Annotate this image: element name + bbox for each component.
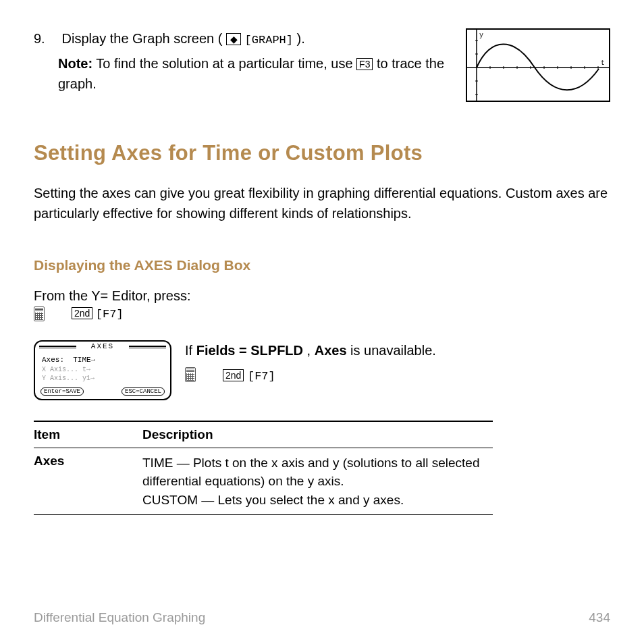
row-item: Axes <box>34 454 64 468</box>
dialog-row-axes: Axes: TIME→ <box>42 355 163 365</box>
second-key-icon-2: 2nd <box>223 369 244 381</box>
second-key-icon: 2nd <box>72 307 92 319</box>
intro-paragraph: Setting the axes can give you great flex… <box>34 183 610 223</box>
dialog-body: Axes: TIME→ X Axis... t→ Y Axis... y1→ <box>35 352 170 386</box>
col-item: Item <box>34 421 142 448</box>
cap-b: Fields = SLPFLD <box>196 343 303 358</box>
row-desc: TIME — Plots t on the x axis and y (solu… <box>142 448 493 515</box>
items-table: Item Description Axes TIME — Plots t on … <box>34 421 493 516</box>
axes-dialog: AXES Axes: TIME→ X Axis... t→ Y Axis... … <box>34 340 171 400</box>
note-a: To find the solution at a particular tim… <box>96 56 356 71</box>
graph-screenshot: y t <box>466 28 610 102</box>
f7-key-label-2: F7 <box>254 370 268 383</box>
dialog-row: AXES Axes: TIME→ X Axis... t→ Y Axis... … <box>34 340 610 400</box>
step-9-text: 9. Display the Graph screen ( ◆ [GRAPH] … <box>34 28 447 94</box>
page-number: 434 <box>589 610 610 625</box>
keypress-line-2: 2nd [F7] <box>185 365 436 385</box>
step-number: 9. <box>34 28 58 49</box>
cap-e: is unavailable. <box>350 343 436 358</box>
step-9-block: 9. Display the Graph screen ( ◆ [GRAPH] … <box>34 28 610 102</box>
step-text-a: Display the Graph screen ( <box>62 31 223 46</box>
bracket-close-2: ] <box>116 308 123 321</box>
manual-page: 9. Display the Graph screen ( ◆ [GRAPH] … <box>0 0 644 644</box>
dialog-cancel-button: ESC=CANCEL <box>122 387 165 396</box>
bracket-open-3: [ <box>248 370 254 383</box>
col-description: Description <box>142 421 493 448</box>
dialog-caption: If Fields = SLPFLD , Axes is unavailable… <box>185 340 436 385</box>
keys-2: 2nd [F7] <box>223 365 275 385</box>
page-footer: Differential Equation Graphing 434 <box>34 610 610 625</box>
table-row: Axes TIME — Plots t on the x axis and y … <box>34 448 493 515</box>
section-heading: Setting Axes for Time or Custom Plots <box>34 141 610 165</box>
cap-c: , <box>307 343 315 358</box>
axis-t-label: t <box>601 59 605 67</box>
dialog-dim-2: Y Axis... y1→ <box>42 374 163 383</box>
step-note: Note: To find the solution at a particul… <box>58 53 447 94</box>
from-line: From the Y= Editor, press: <box>34 288 610 304</box>
note-label: Note: <box>58 56 92 71</box>
f7-key-label: F7 <box>103 308 116 321</box>
graph-key-label: GRAPH <box>252 34 286 47</box>
f3-key-icon: F3 <box>356 58 373 70</box>
dialog-dim-1: X Axis... t→ <box>42 365 163 375</box>
bracket-open-2: [ <box>96 308 103 321</box>
bracket-close: ] <box>286 34 293 47</box>
subsection-heading: Displaying the AXES Dialog Box <box>34 257 610 273</box>
calculator-icon <box>34 306 45 321</box>
cap-a: If <box>185 343 196 358</box>
dialog-title: AXES <box>35 342 170 352</box>
axes-value: TIME→ <box>73 356 95 364</box>
axis-y-label: y <box>479 32 483 39</box>
table-header-row: Item Description <box>34 421 493 448</box>
dialog-buttons: Enter=SAVE ESC=CANCEL <box>35 386 170 399</box>
keypress-line-1: 2nd [F7] <box>34 306 610 321</box>
dialog-save-button: Enter=SAVE <box>41 387 84 396</box>
desc-b: CUSTOM — Lets you select the x and y axe… <box>142 493 404 507</box>
calculator-icon-2 <box>185 367 196 382</box>
diamond-key-icon: ◆ <box>226 33 241 45</box>
bracket-close-3: ] <box>269 370 275 383</box>
footer-section: Differential Equation Graphing <box>34 610 205 625</box>
bracket-open: [ <box>245 34 252 47</box>
graph-svg: y t <box>467 30 609 101</box>
cap-d: Axes <box>315 343 347 358</box>
desc-a: TIME — Plots t on the x axis and y (solu… <box>142 456 480 489</box>
step-text-b: ). <box>297 31 305 46</box>
keys-1: 2nd [F7] <box>72 307 124 321</box>
axes-label: Axes: <box>42 356 64 364</box>
